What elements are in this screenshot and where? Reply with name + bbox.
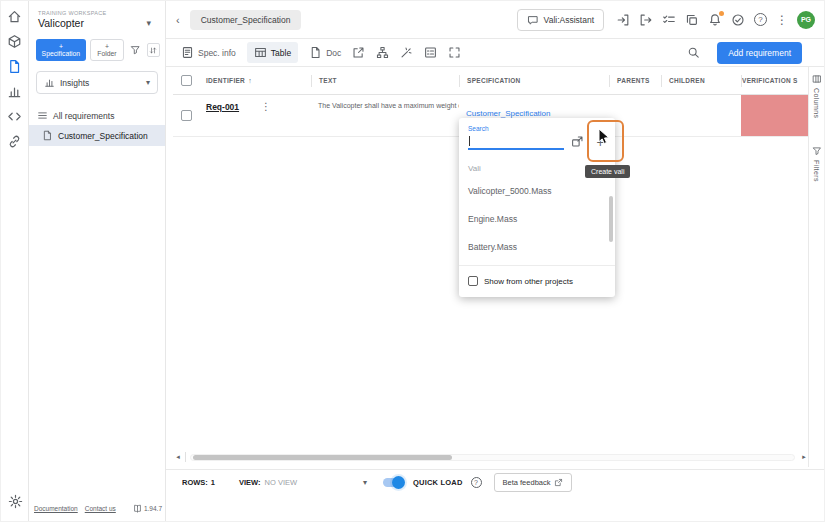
tab-customer-specification[interactable]: Customer_Specification [190,10,302,30]
workspace-name: Valicopter [38,17,84,29]
column-header-text[interactable]: TEXT [311,75,459,87]
collapse-sidebar-icon[interactable]: ‹ [174,14,182,26]
vali-option[interactable]: Engine.Mass [459,205,615,233]
import-icon[interactable] [616,13,630,27]
show-other-projects-row[interactable]: Show from other projects [459,266,615,296]
column-header-parents[interactable]: PARENTS [609,75,661,87]
filters-label: Filters [813,160,820,182]
column-header-specification[interactable]: SPECIFICATION [459,75,609,87]
text-caret [469,136,470,146]
columns-panel-toggle[interactable]: Columns [812,74,822,118]
table-icon [254,46,267,59]
table-view-tab[interactable]: Table [247,42,298,63]
beta-feedback-button[interactable]: Beta feedback [494,473,573,492]
analytics-icon[interactable] [7,84,22,99]
sidebar-actions: + Specification + Folder [29,29,165,61]
spec-tree-item[interactable]: Customer_Specification [29,125,165,146]
scrollbar-track[interactable] [190,454,795,461]
app-root: TRAINING WORKSPACE Valicopter ▾ + Specif… [0,0,825,522]
parents-cell[interactable] [609,95,661,136]
add-folder-button[interactable]: + Folder [90,39,124,61]
workspace-label: TRAINING WORKSPACE [38,10,157,16]
row-menu-icon[interactable]: ⋮ [261,102,271,112]
quick-load-toggle[interactable] [383,478,404,487]
insights-label: Insights [60,78,89,88]
select-all-checkbox[interactable] [181,75,192,86]
show-other-projects-label: Show from other projects [484,277,573,286]
create-vali-tooltip: Create vali [585,165,630,178]
task-list-icon[interactable] [662,13,676,27]
scrollbar-thumb[interactable] [193,455,452,460]
beta-feedback-label: Beta feedback [503,478,551,487]
children-cell[interactable] [661,95,741,136]
search-icon[interactable] [687,46,700,59]
hierarchy-icon[interactable] [376,46,389,59]
requirement-link[interactable]: Req-001 [206,102,239,112]
toggle-knob [392,476,405,489]
settings-gear-icon[interactable] [8,494,23,509]
sort-icon[interactable] [147,43,160,57]
all-requirements-item[interactable]: All requirements [29,106,165,125]
view-selector[interactable]: VIEW: NO VIEW ▾ [239,478,367,487]
column-header-identifier[interactable]: IDENTIFIER ↑ [199,75,311,87]
show-other-projects-checkbox[interactable] [468,276,478,286]
documentation-link[interactable]: Documentation [34,505,78,512]
quick-load-help-icon[interactable]: ? [471,477,482,488]
vali-search-input[interactable] [468,135,564,150]
children-header-label: CHILDREN [669,77,705,84]
export-icon[interactable] [639,13,653,27]
quick-load-label: QUICK LOAD [413,478,463,487]
horizontal-scrollbar: ◂ ▸ [173,451,809,463]
scroll-left-icon[interactable]: ◂ [173,452,183,462]
spec-info-tab[interactable]: Spec. info [181,46,236,59]
add-specification-button[interactable]: + Specification [36,39,86,61]
requirements-module-icon[interactable] [7,59,22,74]
insert-vali-icon[interactable] [571,135,584,148]
home-icon[interactable] [7,9,22,24]
insights-chevron-icon: ▾ [146,78,150,87]
export-view-icon[interactable] [352,46,365,59]
sidebar-footer: Documentation Contact us 1.94.7 [34,504,162,513]
copy-items-icon[interactable] [685,13,699,27]
specification-header-label: SPECIFICATION [467,77,521,84]
form-view-icon[interactable] [424,46,437,59]
help-icon[interactable]: ? [754,13,767,26]
specification-link[interactable]: Customer_Specification [466,109,550,118]
vali-search-section: Search + [459,118,615,150]
popup-scrollbar-thumb[interactable] [609,196,613,242]
connections-icon[interactable] [7,134,22,149]
add-requirement-button[interactable]: Add requirement [717,42,802,64]
magic-wand-icon[interactable] [400,46,413,59]
verification-header-label: VERIFICATION S [742,77,798,84]
status-bar: ROWS: 1 VIEW: NO VIEW ▾ QUICK LOAD ? Bet… [166,469,824,494]
filter-funnel-icon[interactable] [130,44,141,56]
verification-check-icon[interactable] [731,13,745,27]
doc-label: Doc [326,48,341,58]
doc-view-tab[interactable]: Doc [309,46,341,59]
insights-panel-toggle[interactable]: Insights ▾ [36,71,158,94]
user-avatar[interactable]: PG [797,11,815,29]
scripting-icon[interactable] [7,109,22,124]
table-label: Table [271,48,291,58]
verification-status-cell[interactable] [741,95,809,136]
requirement-text-cell[interactable]: The Valicopter shall have a maximum weig… [318,102,459,109]
vali-option[interactable]: Valicopter_5000.Mass [459,177,615,205]
workspace-modules-icon[interactable] [7,34,22,49]
contact-link[interactable]: Contact us [85,505,116,512]
notifications-bell-icon[interactable] [708,13,722,27]
vali-option[interactable]: Battery.Mass [459,233,615,261]
insights-chart-icon [44,77,55,88]
column-header-children[interactable]: CHILDREN [661,75,741,87]
topbar: ‹ Customer_Specification Vali:Assistant … [166,1,824,39]
more-menu-icon[interactable]: ⋮ [776,13,788,27]
fullscreen-icon[interactable] [448,46,461,59]
spec-doc-icon [42,130,53,141]
row-checkbox[interactable] [181,110,192,121]
search-label: Search [468,125,606,132]
column-header-verification[interactable]: VERIFICATION S [741,75,809,87]
vali-assistant-button[interactable]: Vali:Assistant [517,9,604,31]
sort-asc-icon: ↑ [248,77,252,84]
workspace-chevron-icon[interactable]: ▾ [146,18,151,28]
text-header-label: TEXT [319,77,337,84]
filters-panel-toggle[interactable]: Filters [812,146,822,182]
